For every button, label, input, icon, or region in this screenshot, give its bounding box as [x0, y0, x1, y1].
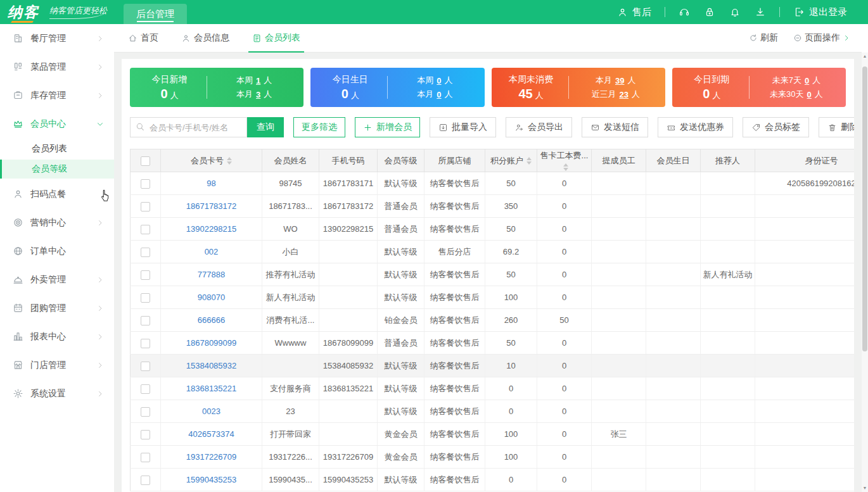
- scrollbar-up-arrow[interactable]: ▲: [862, 53, 868, 60]
- sidebar-item-11[interactable]: 门店管理: [0, 351, 114, 379]
- row-checkbox[interactable]: [141, 293, 150, 303]
- tab-1[interactable]: 首页: [128, 24, 158, 53]
- table-row[interactable]: 777888推荐有礼活动默认等级纳客餐饮售后500新人有礼活动: [131, 263, 855, 286]
- table-row[interactable]: 4026573374打开带回家黄金会员纳客餐饮售后1000张三: [131, 423, 855, 446]
- member-card-link[interactable]: 15384085932: [186, 361, 237, 370]
- headset-button[interactable]: [679, 6, 690, 18]
- sidebar-item-9[interactable]: 团购管理: [0, 294, 114, 322]
- member-card-link[interactable]: 13902298215: [186, 224, 237, 234]
- toolbar-button-会员导出[interactable]: 会员导出: [506, 117, 572, 137]
- table-row[interactable]: 1599043525315990435...15990435253默认等级纳客餐…: [131, 469, 855, 491]
- toolbar-button-批量导入[interactable]: 批量导入: [430, 117, 496, 137]
- row-checkbox[interactable]: [141, 179, 150, 189]
- member-card-link[interactable]: 002: [205, 247, 219, 256]
- stat-line-value-link[interactable]: 1: [256, 76, 260, 85]
- tab-2[interactable]: 会员信息: [181, 24, 229, 53]
- member-card-link[interactable]: 19317226709: [186, 452, 237, 462]
- sidebar-subitem-1[interactable]: 会员列表: [0, 139, 114, 158]
- stat-line-value-link[interactable]: 3: [256, 90, 260, 99]
- toolbar-button-发送优惠券[interactable]: 发送优惠券: [658, 117, 733, 137]
- stat-line-value-link[interactable]: 0: [437, 90, 441, 99]
- toolbar-button-会员标签[interactable]: 会员标签: [743, 117, 809, 137]
- table-row[interactable]: 989874518671783171默认等级纳客餐饮售后500420586199…: [131, 172, 855, 195]
- toolbar-button-更多筛选[interactable]: 更多筛选: [293, 117, 345, 137]
- table-row[interactable]: 666666消费有礼活...铂金会员纳客餐饮售后26050: [131, 309, 855, 332]
- sidebar-item-12[interactable]: 系统设置: [0, 379, 114, 408]
- sidebar-item-3[interactable]: 库存管理: [0, 81, 114, 110]
- row-checkbox[interactable]: [141, 316, 150, 325]
- notifications-button[interactable]: [729, 6, 741, 18]
- row-checkbox[interactable]: [141, 248, 150, 257]
- sort-icon[interactable]: [563, 163, 568, 171]
- member-card-link[interactable]: 777888: [198, 270, 225, 279]
- cell-phone: [319, 309, 378, 332]
- member-card-link[interactable]: 0023: [202, 407, 220, 416]
- stat-line-value-link[interactable]: 0: [437, 76, 441, 85]
- row-checkbox[interactable]: [141, 407, 150, 417]
- row-checkbox[interactable]: [141, 339, 150, 348]
- cell-phone: 18678099099: [319, 332, 378, 355]
- row-checkbox[interactable]: [141, 362, 150, 371]
- row-checkbox[interactable]: [141, 476, 150, 485]
- stat-line-value-link[interactable]: 23: [619, 90, 628, 99]
- cell-phone: 18671783172: [319, 195, 378, 218]
- member-card-link[interactable]: 666666: [198, 315, 225, 325]
- scrollbar-thumb[interactable]: [862, 66, 867, 351]
- table-row[interactable]: 002小白默认等级售后分店69.20: [131, 241, 855, 263]
- row-checkbox[interactable]: [141, 270, 150, 280]
- table-row[interactable]: 1867178317218671783...18671783172普通会员纳客餐…: [131, 195, 855, 218]
- table-row[interactable]: 18368135221支付服务商18368135221默认等级纳客餐饮售后00: [131, 377, 855, 400]
- sidebar-item-8[interactable]: 外卖管理: [0, 265, 114, 294]
- toolbar-button-发送短信[interactable]: 发送短信: [582, 117, 648, 137]
- sidebar-item-6[interactable]: 营销中心: [0, 208, 114, 237]
- user-icon: [617, 7, 628, 18]
- stat-line-value-link[interactable]: 0: [805, 76, 809, 85]
- sidebar-item-2[interactable]: 菜品管理: [0, 53, 114, 81]
- current-user[interactable]: 售后: [617, 6, 651, 18]
- nav-tab-backend[interactable]: 后台管理: [124, 4, 187, 24]
- row-checkbox[interactable]: [141, 202, 150, 211]
- logout-button[interactable]: 退出登录: [793, 6, 847, 18]
- sidebar-item-10[interactable]: 报表中心: [0, 322, 114, 351]
- toolbar-button-新增会员[interactable]: 新增会员: [355, 117, 420, 137]
- stat-line-value-link[interactable]: 39: [615, 76, 624, 85]
- member-card-link[interactable]: 18368135221: [186, 384, 237, 393]
- sidebar-subitem-2[interactable]: 会员等级: [0, 160, 114, 179]
- lock-button[interactable]: [704, 6, 715, 18]
- cell-card_no: 18671783172: [161, 195, 262, 218]
- page-ops-button[interactable]: 页面操作: [793, 32, 850, 44]
- cell-birthday: [646, 377, 701, 400]
- table-row[interactable]: 002323默认等级纳客餐饮售后00: [131, 400, 855, 423]
- download-button[interactable]: [755, 6, 766, 18]
- search-button[interactable]: 查询: [247, 117, 284, 137]
- member-card-link[interactable]: 15990435253: [186, 475, 237, 484]
- select-all-checkbox[interactable]: [141, 156, 150, 166]
- scrollbar[interactable]: ▲ ▼: [862, 53, 868, 492]
- stat-line-value-link[interactable]: 0: [807, 90, 812, 99]
- sidebar-item-5[interactable]: 扫码点餐: [0, 180, 114, 208]
- row-checkbox[interactable]: [141, 430, 150, 439]
- row-checkbox[interactable]: [141, 225, 150, 234]
- member-card-link[interactable]: 98: [207, 179, 215, 188]
- refresh-button[interactable]: 刷新: [749, 32, 778, 44]
- table-row[interactable]: 1538408593215384085932默认等级纳客餐饮售后100: [131, 355, 855, 377]
- member-card-link[interactable]: 4026573374: [188, 429, 234, 439]
- scrollbar-down-arrow[interactable]: ▼: [862, 484, 868, 492]
- row-checkbox[interactable]: [141, 453, 150, 462]
- sidebar-item-4[interactable]: 会员中心: [0, 110, 114, 138]
- sort-icon[interactable]: [227, 157, 232, 165]
- table-row[interactable]: 908070新人有礼活动默认等级纳客餐饮售后1000: [131, 286, 855, 309]
- member-card-link[interactable]: 18678099099: [186, 338, 237, 348]
- sort-icon[interactable]: [527, 157, 532, 165]
- table-row[interactable]: 18678099099Wwwww18678099099普通会员纳客餐饮售后500: [131, 332, 855, 355]
- row-checkbox[interactable]: [141, 384, 150, 394]
- toolbar-button-删除会员[interactable]: 删除会员: [819, 117, 854, 137]
- member-card-link[interactable]: 908070: [198, 293, 225, 302]
- sidebar-item-7[interactable]: 订单中心: [0, 237, 114, 265]
- search-input[interactable]: [130, 117, 247, 137]
- member-card-link[interactable]: 18671783172: [186, 201, 237, 211]
- tab-3[interactable]: 会员列表: [252, 24, 300, 53]
- table-row[interactable]: 1931722670919317226...19317226709黄金会员纳客餐…: [131, 446, 855, 469]
- table-row[interactable]: 13902298215WO13902298215普通会员纳客餐饮售后500: [131, 218, 855, 241]
- sidebar-item-1[interactable]: 餐厅管理: [0, 24, 114, 53]
